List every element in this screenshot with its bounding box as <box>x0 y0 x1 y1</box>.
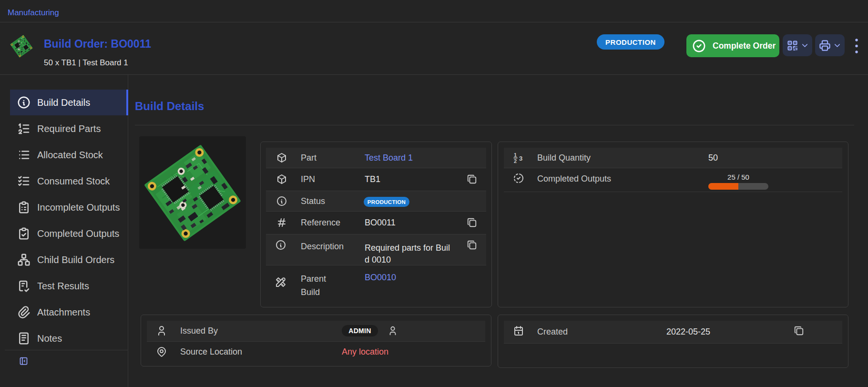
svg-text:1: 1 <box>514 152 517 158</box>
svg-text:3: 3 <box>519 155 522 162</box>
svg-text:2: 2 <box>514 158 517 164</box>
